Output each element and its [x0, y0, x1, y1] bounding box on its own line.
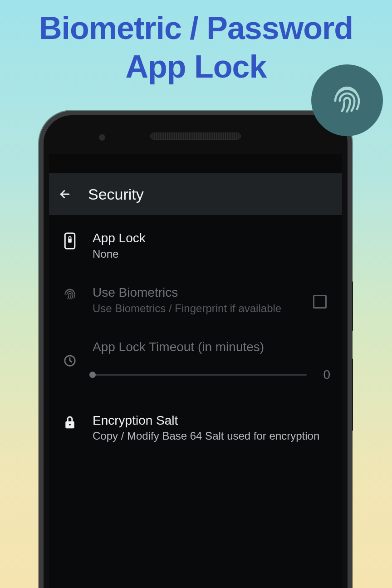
- biometrics-checkbox[interactable]: [313, 295, 327, 309]
- setting-subtitle: Use Biometrics / Fingerprint if availabl…: [93, 301, 299, 316]
- svg-rect-1: [68, 239, 72, 243]
- promo-line2: App Lock: [126, 49, 267, 84]
- app-bar: Security: [49, 173, 342, 215]
- slider-thumb[interactable]: [89, 372, 96, 378]
- setting-label: Encryption Salt: [93, 413, 330, 428]
- phone-camera: [99, 134, 105, 141]
- lock-icon: [61, 413, 79, 430]
- setting-use-biometrics[interactable]: Use Biometrics Use Biometrics / Fingerpr…: [49, 273, 342, 328]
- settings-list: App Lock None Use Biometrics: [49, 215, 342, 588]
- setting-encryption-salt[interactable]: Encryption Salt Copy / Modify Base 64 Sa…: [49, 394, 342, 456]
- timeout-slider[interactable]: [93, 374, 307, 376]
- fingerprint-icon: [329, 82, 365, 119]
- setting-value: None: [93, 247, 330, 261]
- status-bar: [49, 154, 342, 173]
- timeout-value: 0: [319, 368, 330, 382]
- setting-subtitle: Copy / Modify Base 64 Salt used for encr…: [93, 429, 330, 443]
- setting-label: Use Biometrics: [93, 285, 299, 300]
- setting-app-lock[interactable]: App Lock None: [49, 219, 342, 273]
- phone-lock-icon: [61, 230, 79, 250]
- phone-frame: Security App Lock None: [39, 111, 352, 588]
- promo-line1: Biometric / Password: [39, 10, 353, 46]
- fingerprint-icon: [61, 285, 79, 301]
- fingerprint-badge: [311, 64, 383, 136]
- setting-label: App Lock: [93, 230, 330, 246]
- svg-point-4: [69, 423, 71, 425]
- clock-icon: [61, 354, 79, 368]
- page-title: Security: [88, 186, 144, 203]
- setting-app-lock-timeout[interactable]: App Lock Timeout (in minutes) 0: [49, 328, 342, 394]
- setting-label: App Lock Timeout (in minutes): [93, 339, 330, 355]
- phone-screen: Security App Lock None: [49, 154, 342, 588]
- phone-speaker: [150, 132, 241, 140]
- back-button[interactable]: [58, 187, 72, 201]
